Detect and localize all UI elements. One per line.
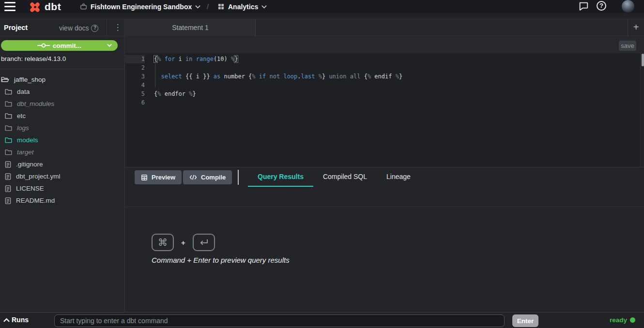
folder-icon xyxy=(5,89,12,95)
editor-tab-bar: Statement 1 + xyxy=(125,19,644,36)
folder-icon xyxy=(5,137,12,143)
app-switcher[interactable]: Analytics xyxy=(217,0,267,13)
line-number: 4 xyxy=(125,81,145,89)
editor-toolbar: save xyxy=(125,37,644,53)
chevron-down-icon xyxy=(261,5,267,9)
tree-item-label: LICENSE xyxy=(16,185,44,192)
code-line-4 xyxy=(154,81,639,89)
file-icon xyxy=(5,197,11,204)
code-lines: {% for i in range(10) %} select {{ i }} … xyxy=(154,55,639,107)
view-docs-link[interactable]: view docs ? xyxy=(59,24,98,32)
preview-button-label: Preview xyxy=(152,174,175,181)
status-dot xyxy=(630,317,635,323)
header-divider xyxy=(107,19,107,36)
tree-item-label: target xyxy=(17,149,34,156)
briefcase-icon xyxy=(80,3,87,10)
chevron-down-icon xyxy=(195,5,200,9)
line-number: 3 xyxy=(125,72,145,81)
line-number-gutter: 123456 xyxy=(125,55,145,107)
code-line-2 xyxy=(154,63,639,72)
chat-icon[interactable] xyxy=(578,1,589,12)
results-tab-lineage[interactable]: Lineage xyxy=(377,167,420,187)
folder-open-icon xyxy=(1,76,9,83)
tree-item-label: models xyxy=(17,136,38,144)
project-switcher[interactable]: Fishtown Engineering Sandbox xyxy=(80,0,200,13)
preview-button[interactable]: Preview xyxy=(135,170,182,184)
docs-help-icon: ? xyxy=(91,25,98,32)
tree-item-label: .gitignore xyxy=(16,161,43,168)
header-band xyxy=(0,13,644,19)
line-number: 1 xyxy=(125,55,145,63)
sidebar-header: Project view docs ? ⋮ xyxy=(0,19,125,36)
breadcrumb-separator: / xyxy=(207,0,209,13)
table-icon xyxy=(141,174,148,181)
status-bar: Runs Enter ready xyxy=(0,312,644,328)
code-line-6 xyxy=(154,98,639,107)
project-switcher-label: Fishtown Engineering Sandbox xyxy=(91,3,192,11)
scrollbar-thumb[interactable] xyxy=(642,54,644,66)
tree-item-label: dbt_project.yml xyxy=(16,173,61,180)
tree-item-dbt-modules[interactable]: dbt_modules xyxy=(0,98,125,110)
enter-key-icon xyxy=(193,234,215,251)
hamburger-menu-icon[interactable] xyxy=(4,2,15,11)
plus-sign: + xyxy=(181,239,185,247)
runs-toggle[interactable]: Runs xyxy=(3,316,29,324)
folder-icon xyxy=(5,125,12,131)
commit-button-label: commit... xyxy=(53,42,81,49)
tree-item-jaffle-shop[interactable]: jaffle_shop xyxy=(0,74,125,86)
status-text: ready xyxy=(610,316,627,324)
save-button[interactable]: save xyxy=(619,41,636,51)
dbt-logo[interactable] xyxy=(29,0,43,13)
file-tree: jaffle_shopdatadbt_modulesetclogsmodelst… xyxy=(0,74,125,207)
help-icon[interactable]: ? xyxy=(597,1,607,12)
branch-label: branch: release/4.13.0 xyxy=(1,55,66,62)
tree-item-label: logs xyxy=(17,124,29,132)
code-line-3: select {{ i }} as number {% if not loop.… xyxy=(154,72,639,81)
tab-statement-1[interactable]: Statement 1 xyxy=(125,19,256,36)
code-line-1: {% for i in range(10) %} xyxy=(154,55,639,63)
compile-button[interactable]: Compile xyxy=(183,170,232,184)
new-tab-button[interactable]: + xyxy=(628,19,644,36)
tree-item-etc[interactable]: etc xyxy=(0,110,125,122)
tree-item-dbt-project-yml[interactable]: dbt_project.yml xyxy=(0,170,125,182)
git-commit-icon xyxy=(37,43,50,48)
tree-item-label: data xyxy=(17,88,30,95)
dbt-logo-text: dbt xyxy=(45,0,61,13)
results-tab-compiled-sql[interactable]: Compiled SQL xyxy=(313,167,377,187)
view-docs-label: view docs xyxy=(59,24,89,32)
sidebar-title: Project xyxy=(4,24,28,31)
kebab-menu-icon[interactable]: ⋮ xyxy=(111,22,124,33)
command-key-icon: ⌘ xyxy=(152,234,174,251)
user-avatar[interactable] xyxy=(622,0,634,13)
folder-icon xyxy=(5,149,12,155)
chevron-down-icon xyxy=(107,44,112,47)
code-editor[interactable]: 123456 {% for i in range(10) %} select {… xyxy=(125,53,644,167)
tree-item-data[interactable]: data xyxy=(0,86,125,98)
tree-item-target[interactable]: target xyxy=(0,146,125,158)
tree-item-logs[interactable]: logs xyxy=(0,122,125,134)
tree-item-models[interactable]: models xyxy=(0,134,125,146)
project-sidebar: Project view docs ? ⋮ commit... branch: … xyxy=(0,19,125,312)
top-bar: dbt Fishtown Engineering Sandbox / Analy… xyxy=(0,0,644,13)
file-icon xyxy=(5,185,11,192)
line-number: 5 xyxy=(125,89,145,98)
tree-item-label: etc xyxy=(17,112,26,119)
folder-icon xyxy=(5,113,12,119)
return-arrow-icon xyxy=(199,239,209,246)
file-icon xyxy=(5,161,11,168)
line-number: 2 xyxy=(125,63,145,72)
empty-state-hint: Command + Enter to preview query results xyxy=(152,256,290,264)
dbt-command-input[interactable] xyxy=(54,314,505,327)
shortcut-keys: ⌘ + xyxy=(152,234,215,251)
tree-item-readme-md[interactable]: README.md xyxy=(0,194,125,207)
enter-button[interactable]: Enter xyxy=(512,314,538,327)
sidebar-divider xyxy=(0,69,125,69)
results-tab-query-results[interactable]: Query Results xyxy=(248,167,313,187)
indent-guide xyxy=(155,63,155,88)
runs-label: Runs xyxy=(12,316,29,324)
editor-scrollbar[interactable] xyxy=(640,53,644,167)
results-header: Preview Compile Query ResultsCompiled SQ… xyxy=(125,167,644,187)
tree-item--gitignore[interactable]: .gitignore xyxy=(0,158,125,170)
commit-button[interactable]: commit... xyxy=(1,40,118,51)
tree-item-license[interactable]: LICENSE xyxy=(0,182,125,194)
